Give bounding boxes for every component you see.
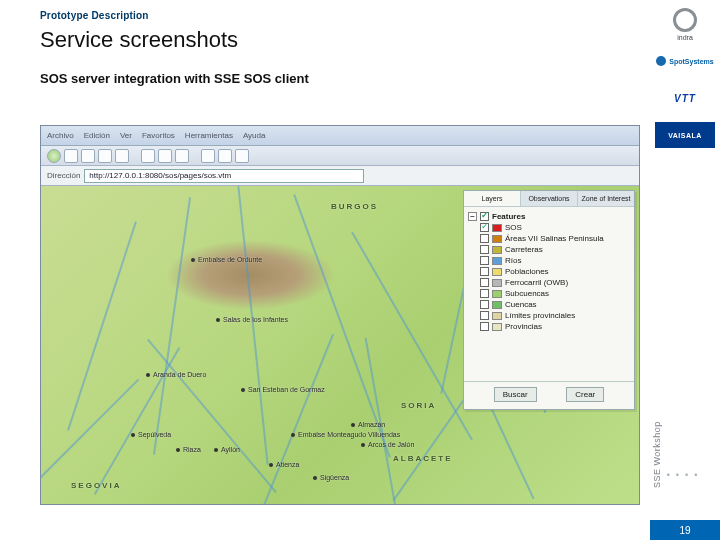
map-label: Ayllón <box>214 446 240 453</box>
forward-icon[interactable] <box>64 149 78 163</box>
mail-icon[interactable] <box>201 149 215 163</box>
map-label: Atienza <box>269 461 299 468</box>
menu-item[interactable]: Herramientas <box>185 131 233 140</box>
checkbox-icon[interactable] <box>480 300 489 309</box>
tab-observations[interactable]: Observations <box>521 191 578 206</box>
color-swatch <box>492 268 502 276</box>
layer-row[interactable]: Áreas VII Salinas Peninsula <box>468 233 630 244</box>
checkbox-icon[interactable] <box>480 311 489 320</box>
indra-text: indra <box>677 34 693 41</box>
home-icon[interactable] <box>115 149 129 163</box>
checkbox-icon[interactable] <box>480 322 489 331</box>
menu-item[interactable]: Favoritos <box>142 131 175 140</box>
map-label: BURGOS <box>331 202 378 211</box>
color-swatch <box>492 246 502 254</box>
layers-panel: Layers Observations Zone of Interest − F… <box>463 190 635 410</box>
layer-label: Límites provinciales <box>505 311 575 320</box>
vertical-label: SSE Workshop <box>652 416 718 494</box>
layer-label: Ríos <box>505 256 521 265</box>
map-viewport[interactable]: BURGOSEmbalse de OrdunteSalas de los Inf… <box>41 186 639 504</box>
color-swatch <box>492 290 502 298</box>
favorites-icon[interactable] <box>158 149 172 163</box>
layer-row[interactable]: Ríos <box>468 255 630 266</box>
layer-label: Ferrocarril (OWB) <box>505 278 568 287</box>
layer-row[interactable]: Provincias <box>468 321 630 332</box>
search-icon[interactable] <box>141 149 155 163</box>
browser-menubar: Archivo Edición Ver Favoritos Herramient… <box>41 126 639 146</box>
embedded-screenshot: Archivo Edición Ver Favoritos Herramient… <box>40 125 640 505</box>
map-label: Sepúlveda <box>131 431 171 438</box>
refresh-icon[interactable] <box>98 149 112 163</box>
right-sidebar: indra SpotSystems VTT VAISALA •••• SSE W… <box>650 0 720 540</box>
color-swatch <box>492 323 502 331</box>
address-label: Dirección <box>47 171 80 180</box>
layer-row[interactable]: Límites provinciales <box>468 310 630 321</box>
history-icon[interactable] <box>175 149 189 163</box>
menu-item[interactable]: Ver <box>120 131 132 140</box>
map-label: Embalse de Ordunte <box>191 256 262 263</box>
checkbox-icon[interactable] <box>480 223 489 232</box>
slide: Prototype Description Service screenshot… <box>0 0 720 540</box>
layer-row[interactable]: Ferrocarril (OWB) <box>468 277 630 288</box>
search-button[interactable]: Buscar <box>494 387 537 402</box>
map-label: Almazán <box>351 421 385 428</box>
address-value: http://127.0.0.1:8080/sos/pages/sos.vtm <box>89 171 231 180</box>
back-icon[interactable] <box>47 149 61 163</box>
map-label: San Esteban de Gormaz <box>241 386 325 393</box>
menu-item[interactable]: Archivo <box>47 131 74 140</box>
collapse-icon[interactable]: − <box>468 212 477 221</box>
page-title: Service screenshots <box>0 27 650 63</box>
menu-item[interactable]: Ayuda <box>243 131 266 140</box>
root-label: Features <box>492 212 525 221</box>
layer-row[interactable]: Carreteras <box>468 244 630 255</box>
checkbox-icon[interactable] <box>480 278 489 287</box>
address-input[interactable]: http://127.0.0.1:8080/sos/pages/sos.vtm <box>84 169 364 183</box>
map-label: SORIA <box>401 401 436 410</box>
map-label: ALBACETE <box>393 454 453 463</box>
panel-tabs: Layers Observations Zone of Interest <box>464 191 634 207</box>
checkbox-icon[interactable] <box>480 256 489 265</box>
edit-icon[interactable] <box>235 149 249 163</box>
create-button[interactable]: Crear <box>566 387 604 402</box>
color-swatch <box>492 257 502 265</box>
map-label: SEGOVIA <box>71 481 121 490</box>
layer-label: Provincias <box>505 322 542 331</box>
checkbox-icon[interactable] <box>480 289 489 298</box>
layer-label: Carreteras <box>505 245 543 254</box>
content-area: Prototype Description Service screenshot… <box>0 0 650 540</box>
layer-label: Cuencas <box>505 300 537 309</box>
layer-rows: SOSÁreas VII Salinas PeninsulaCarreteras… <box>468 222 630 332</box>
layer-row[interactable]: Subcuencas <box>468 288 630 299</box>
map-label: Aranda de Duero <box>146 371 206 378</box>
layer-tree: − Features SOSÁreas VII Salinas Peninsul… <box>464 207 634 381</box>
map-label: Sigüenza <box>313 474 349 481</box>
layer-label: SOS <box>505 223 522 232</box>
layer-row[interactable]: Poblaciones <box>468 266 630 277</box>
layer-label: Poblaciones <box>505 267 549 276</box>
logo-vtt: VTT <box>655 85 715 111</box>
map-label: Salas de los Infantes <box>216 316 288 323</box>
browser-addressbar: Dirección http://127.0.0.1:8080/sos/page… <box>41 166 639 186</box>
layer-label: Subcuencas <box>505 289 549 298</box>
tree-root[interactable]: − Features <box>468 211 630 222</box>
section-label: Prototype Description <box>0 0 650 27</box>
map-label: Riaza <box>176 446 201 453</box>
color-swatch <box>492 312 502 320</box>
layer-label: Áreas VII Salinas Peninsula <box>505 234 604 243</box>
checkbox-icon[interactable] <box>480 212 489 221</box>
menu-item[interactable]: Edición <box>84 131 110 140</box>
layer-row[interactable]: Cuencas <box>468 299 630 310</box>
tab-layers[interactable]: Layers <box>464 191 521 206</box>
layer-row[interactable]: SOS <box>468 222 630 233</box>
logo-spotsystems: SpotSystems <box>655 48 715 74</box>
color-swatch <box>492 235 502 243</box>
logo-indra: indra <box>655 4 715 44</box>
checkbox-icon[interactable] <box>480 267 489 276</box>
checkbox-icon[interactable] <box>480 245 489 254</box>
browser-toolbar <box>41 146 639 166</box>
checkbox-icon[interactable] <box>480 234 489 243</box>
color-swatch <box>492 224 502 232</box>
print-icon[interactable] <box>218 149 232 163</box>
tab-zoi[interactable]: Zone of Interest <box>578 191 634 206</box>
stop-icon[interactable] <box>81 149 95 163</box>
